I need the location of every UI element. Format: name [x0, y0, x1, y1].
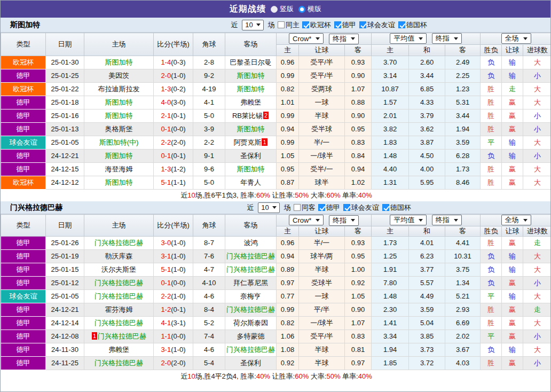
vertical-layout-radio[interactable]: 竖版	[271, 4, 294, 14]
home-team: 奥格斯堡	[84, 122, 154, 136]
avg-home-odds: 3.70	[372, 56, 409, 69]
league-filter[interactable]: 德国杯	[382, 203, 411, 213]
col-avg-draw: 和	[409, 44, 445, 56]
match-row: 德甲25-01-18斯图加特4-0(3-0)4-1弗赖堡1.01一球0.881.…	[1, 96, 551, 109]
away-team: 门兴格拉德巴赫	[225, 249, 277, 263]
goals-result: 大	[523, 136, 551, 149]
same-venue-filter[interactable]: 同主	[278, 20, 300, 30]
league-filter[interactable]: 欧冠杯	[302, 20, 331, 30]
team-label: 斯图加特	[105, 98, 133, 106]
league-filter[interactable]: 球会友谊	[343, 203, 379, 213]
avg-home-odds: 1.48	[372, 289, 409, 303]
league-filter[interactable]: 德甲	[318, 203, 340, 213]
handicap-line: 受半/一	[299, 162, 345, 176]
euro-stage-select[interactable]: 终指	[432, 215, 462, 225]
odds-stage-select[interactable]: 终指	[329, 34, 359, 44]
handicap-result: 输	[502, 263, 523, 276]
checkbox-checked-icon	[359, 21, 366, 28]
chevron-down-icon	[419, 219, 423, 222]
handicap-line: 受平/半	[299, 69, 345, 82]
match-score: 4-0(3-0)	[154, 96, 193, 109]
league-type-badge: 德甲	[1, 109, 46, 122]
avg-home-odds: 4.40	[372, 162, 409, 176]
handicap-result: 输	[502, 343, 523, 356]
ranking-badge: 2	[263, 112, 269, 119]
match-result: 胜	[481, 316, 502, 330]
col-away: 客场	[225, 33, 277, 56]
scope-select[interactable]: 全场	[501, 33, 531, 44]
recent-count-select[interactable]: 10	[258, 202, 279, 213]
handicap-home-odds: 1.08	[277, 343, 299, 356]
match-result: 负	[481, 263, 502, 276]
same-venue-filter[interactable]: 同客	[294, 203, 316, 213]
match-row: 欧冠杯25-01-30斯图加特1-4(0-3)2-8巴黎圣日尔曼0.96受平/半…	[1, 56, 551, 69]
match-score: 3-0(1-0)	[154, 236, 193, 249]
odds-company-select[interactable]: Crow*	[289, 33, 324, 44]
handicap-away-odds: 0.90	[345, 69, 372, 82]
avg-away-odds: 10.31	[445, 249, 481, 263]
handicap-home-odds: 0.96	[277, 56, 299, 69]
checkbox-unchecked-icon	[278, 21, 285, 28]
handicap-line: 半球	[299, 263, 345, 276]
avg-home-odds: 1.25	[372, 249, 409, 263]
euro-source-select[interactable]: 平均值	[390, 215, 427, 225]
odds-stage-select[interactable]: 终指	[329, 215, 359, 226]
goals-result: 大	[523, 316, 551, 330]
avg-home-odds: 3.14	[372, 69, 409, 82]
col-home: 主场	[84, 215, 154, 237]
handicap-home-odds: 0.96	[277, 236, 299, 249]
handicap-away-odds: 1.02	[345, 176, 372, 189]
summary-segment: 60%	[256, 191, 270, 199]
checkbox-checked-icon	[334, 21, 341, 28]
handicap-away-odds: 0.81	[345, 343, 372, 356]
halftime-score: (1-0)	[171, 346, 185, 354]
scope-select[interactable]: 全场	[501, 215, 531, 225]
match-row: 球会友谊25-01-05门兴格拉德巴赫2-2(1-0)4-6奈梅亨0.77一球1…	[1, 289, 551, 303]
team-label: 斯图加特	[105, 178, 133, 186]
handicap-home-odds: 0.99	[277, 109, 299, 122]
avg-home-odds: 10.87	[372, 82, 409, 96]
avg-away-odds: 6.28	[445, 149, 481, 162]
euro-source-select[interactable]: 平均值	[390, 33, 427, 44]
checkbox-checked-icon	[343, 204, 350, 211]
corner-count: 7-4	[193, 330, 225, 343]
league-filter[interactable]: 德甲	[334, 20, 356, 30]
avg-home-odds: 1.83	[372, 136, 409, 149]
halftime-score: (0-1)	[171, 152, 185, 160]
league-filter[interactable]: 球会友谊	[359, 20, 395, 30]
recent-matches-table: 类型 日期 主场 比分(半场) 角球 客场 Crow* 终指 平均值 终指 全场	[1, 214, 551, 383]
avg-home-odds: 1.48	[372, 149, 409, 162]
match-score: 2-2(1-0)	[154, 289, 193, 303]
odds-company-select[interactable]: Crow*	[289, 215, 324, 225]
league-filter[interactable]: 德国杯	[398, 20, 427, 30]
home-team: 霍芬海姆	[84, 303, 154, 316]
team-label: RB莱比锡	[232, 112, 263, 120]
col-goals-result: 进球数	[523, 44, 551, 56]
goals-result: 大	[523, 343, 551, 356]
summary-segment: 大率:	[309, 191, 326, 199]
team-label: 圣保利	[240, 152, 261, 160]
avg-home-odds: 7.80	[372, 276, 409, 289]
home-team: 美因茨	[84, 69, 154, 82]
goals-result: 小	[523, 109, 551, 122]
away-team: 荷尔斯泰因	[225, 316, 277, 330]
team-label: 斯图加特	[237, 165, 265, 173]
fulltime-score: 2-0	[161, 359, 171, 367]
match-date: 25-01-16	[46, 109, 84, 122]
avg-draw-odds: 2.60	[409, 56, 445, 69]
col-score: 比分(半场)	[154, 33, 193, 56]
team-label: 斯图加特	[105, 152, 133, 160]
fulltime-score: 5-1	[161, 178, 171, 186]
match-row: 德甲25-01-16斯图加特2-1(0-1)5-0RB莱比锡20.99半球0.9…	[1, 109, 551, 122]
avg-draw-odds: 3.72	[409, 356, 445, 370]
horizontal-layout-radio[interactable]: 横版	[298, 4, 321, 14]
match-date: 25-01-05	[46, 136, 84, 149]
recent-count-select[interactable]: 10	[242, 20, 263, 30]
halftime-score: (1-0)	[171, 292, 185, 300]
goals-result: 小	[523, 69, 551, 82]
home-team: 斯图加特	[84, 149, 154, 162]
chevron-down-icon	[316, 219, 320, 222]
euro-stage-select[interactable]: 终指	[432, 33, 462, 44]
team-label: 门兴格拉德巴赫	[95, 319, 143, 327]
col-corner: 角球	[193, 33, 225, 56]
